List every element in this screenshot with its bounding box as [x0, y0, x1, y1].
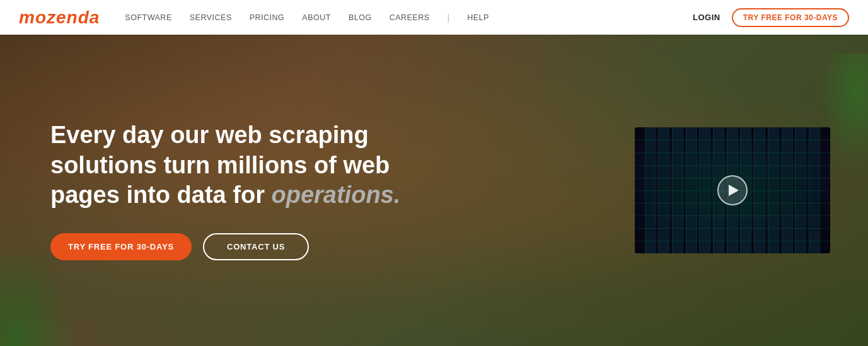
nav-item-software[interactable]: SOFTWARE — [125, 13, 171, 22]
hero-text-area: Every day our web scraping solutions tur… — [50, 120, 403, 260]
nav-item-careers[interactable]: CAREERS — [390, 13, 430, 22]
hero-heading: Every day our web scraping solutions tur… — [50, 120, 403, 210]
hero-section: Every day our web scraping solutions tur… — [0, 35, 868, 346]
hero-buttons: TRY FREE FOR 30-DAYS CONTACT US — [50, 233, 403, 260]
play-button[interactable] — [717, 175, 748, 205]
nav-item-services[interactable]: SERVICES — [190, 13, 232, 22]
nav-item-blog[interactable]: BLOG — [349, 13, 372, 22]
hero-heading-highlight: operations. — [271, 182, 400, 208]
nav-right: LOGIN TRY FREE FOR 30-DAYS — [693, 8, 849, 27]
header: mozenda SOFTWARE SERVICES PRICING ABOUT … — [0, 0, 868, 35]
logo[interactable]: mozenda — [19, 8, 100, 28]
video-inner — [635, 127, 830, 253]
nav-item-pricing[interactable]: PRICING — [250, 13, 285, 22]
contact-us-button[interactable]: CONTACT US — [203, 233, 309, 260]
login-link[interactable]: LOGIN — [693, 13, 720, 22]
video-thumbnail[interactable] — [635, 127, 830, 253]
nav-divider: | — [448, 13, 450, 23]
nav-item-about[interactable]: ABOUT — [302, 13, 331, 22]
nav-item-help[interactable]: HELP — [467, 13, 489, 22]
try-free-hero-button[interactable]: TRY FREE FOR 30-DAYS — [50, 233, 192, 260]
try-free-header-button[interactable]: TRY FREE FOR 30-DAYS — [732, 8, 849, 27]
main-nav: SOFTWARE SERVICES PRICING ABOUT BLOG CAR… — [125, 13, 693, 23]
play-triangle-icon — [729, 185, 739, 196]
